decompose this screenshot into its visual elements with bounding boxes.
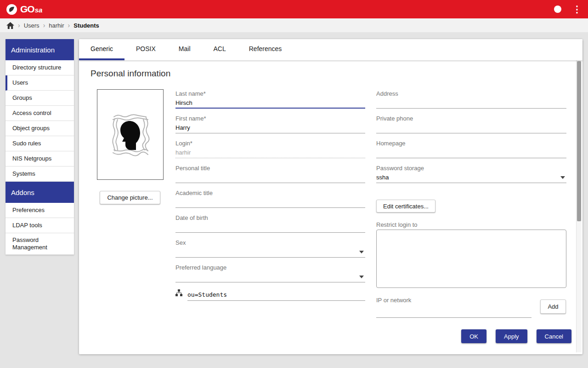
sidebar-item-directory-structure[interactable]: Directory structure [6, 60, 74, 75]
change-picture-button[interactable]: Change picture... [100, 191, 160, 204]
sidebar-item-users[interactable]: Users [6, 75, 74, 91]
cancel-button[interactable]: Cancel [537, 329, 571, 343]
restrict-login-label: Restrict login to [376, 221, 566, 228]
sex-label: Sex [175, 239, 365, 247]
sidebar: Administration Directory structure Users… [6, 39, 74, 255]
login-label: Login* [175, 140, 365, 147]
ip-or-network-label: IP or network [376, 297, 566, 304]
first-name-input[interactable] [175, 122, 365, 133]
scrollbar-thumb[interactable] [577, 61, 581, 221]
last-name-input[interactable] [175, 98, 365, 109]
breadcrumb-item-users[interactable]: Users [24, 22, 40, 29]
sidebar-item-password-management[interactable]: Password Management [6, 233, 74, 255]
sidebar-section-addons: Addons [6, 182, 74, 203]
private-phone-field: Private phone [376, 115, 566, 133]
homepage-input[interactable] [376, 147, 566, 158]
restrict-login-textarea[interactable] [376, 230, 566, 288]
date-of-birth-field: Date of birth [175, 214, 365, 233]
tab-acl[interactable]: ACL [202, 39, 237, 60]
form-column-left: Last name* First name* Login* Personal t… [175, 90, 365, 301]
personal-title-field: Personal title [175, 165, 365, 183]
tab-references[interactable]: References [237, 39, 294, 60]
preferred-language-label: Preferred language [175, 264, 365, 271]
tab-bar: Generic POSIX Mail ACL References [79, 39, 582, 60]
sidebar-item-systems[interactable]: Systems [6, 167, 74, 182]
first-name-field: First name* [175, 115, 365, 133]
add-button[interactable]: Add [540, 299, 566, 314]
sidebar-item-access-control[interactable]: Access control [6, 106, 74, 121]
private-phone-label: Private phone [376, 115, 566, 122]
private-phone-input[interactable] [376, 122, 566, 133]
academic-title-field: Academic title [175, 190, 365, 208]
breadcrumb: › Users › harhir › Students [0, 18, 588, 32]
sidebar-item-nis-netgroups[interactable]: NIS Netgroups [6, 151, 74, 167]
top-bar-actions: ⋮ [554, 6, 582, 13]
action-buttons: OK Apply Cancel [461, 329, 571, 343]
sidebar-item-sudo-rules[interactable]: Sudo rules [6, 136, 74, 151]
tab-generic[interactable]: Generic [79, 39, 124, 60]
edit-certificates-button[interactable]: Edit certificates... [376, 200, 435, 213]
tab-mail[interactable]: Mail [167, 39, 202, 60]
page-title: Personal information [90, 69, 170, 79]
ip-or-network-field: IP or network Add [376, 297, 566, 315]
scrollbar-track[interactable] [576, 60, 582, 352]
directory-tree-icon[interactable] [175, 289, 182, 298]
gosa-logo-icon [6, 4, 17, 15]
ok-button[interactable]: OK [461, 329, 486, 343]
preferred-language-field: Preferred language [175, 264, 365, 282]
sidebar-section-administration: Administration [6, 39, 74, 60]
base-field [175, 289, 365, 301]
logo-text-sa: sa [35, 6, 43, 14]
main-panel: Generic POSIX Mail ACL References Person… [79, 39, 582, 354]
top-bar: GOsa ⋮ [0, 0, 588, 18]
breadcrumb-separator: › [18, 22, 20, 29]
address-input[interactable] [376, 98, 566, 109]
first-name-label: First name* [175, 115, 365, 122]
password-storage-field: Password storage [376, 165, 566, 183]
home-icon[interactable] [6, 22, 14, 29]
apply-button[interactable]: Apply [496, 329, 527, 343]
sex-select[interactable] [175, 247, 365, 258]
academic-title-input[interactable] [175, 197, 365, 208]
academic-title-label: Academic title [175, 190, 365, 197]
sidebar-item-ldap-tools[interactable]: LDAP tools [6, 218, 74, 233]
login-field: Login* [175, 140, 365, 158]
breadcrumb-separator: › [43, 22, 45, 29]
homepage-field: Homepage [376, 140, 566, 158]
tab-posix[interactable]: POSIX [124, 39, 167, 60]
password-storage-label: Password storage [376, 165, 566, 172]
sidebar-item-object-groups[interactable]: Object groups [6, 121, 74, 136]
personal-title-input[interactable] [175, 172, 365, 183]
login-input [175, 147, 365, 158]
preferred-language-select[interactable] [175, 271, 365, 282]
form-column-right: Address Private phone Homepage Password … [376, 90, 566, 315]
breadcrumb-item-students: Students [74, 22, 99, 29]
user-photo [97, 89, 164, 180]
kebab-menu-icon[interactable]: ⋮ [572, 6, 582, 13]
base-input[interactable] [187, 289, 365, 301]
date-of-birth-label: Date of birth [175, 214, 365, 222]
logo-text-go: GO [20, 4, 34, 14]
homepage-label: Homepage [376, 140, 566, 147]
sex-field: Sex [175, 239, 365, 258]
date-of-birth-input[interactable] [175, 222, 365, 233]
last-name-field: Last name* [175, 90, 365, 109]
breadcrumb-separator: › [68, 22, 70, 29]
last-name-label: Last name* [175, 90, 365, 98]
ip-or-network-input[interactable] [376, 307, 531, 318]
personal-title-label: Personal title [175, 165, 365, 172]
status-circle[interactable] [554, 6, 561, 13]
address-field: Address [376, 90, 566, 109]
gosa-logo: GOsa [6, 4, 42, 15]
head-silhouette [120, 121, 140, 150]
password-storage-select[interactable] [376, 172, 566, 183]
sidebar-item-groups[interactable]: Groups [6, 91, 74, 106]
breadcrumb-item-harhir[interactable]: harhir [49, 22, 64, 29]
address-label: Address [376, 90, 566, 98]
sidebar-item-preferences[interactable]: Preferences [6, 203, 74, 218]
